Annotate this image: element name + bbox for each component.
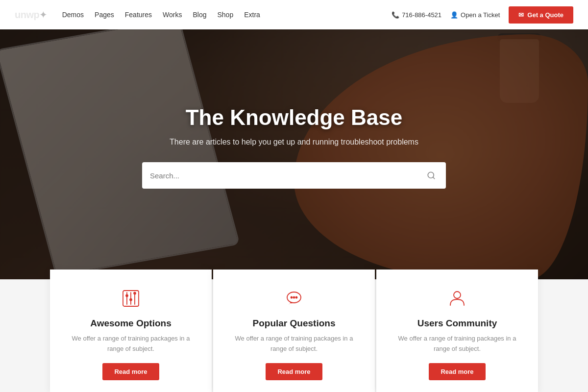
card-users-community-desc: We offer a range of training packages in… [391,334,523,354]
card-popular-questions-title: Popular Questions [253,318,336,329]
quote-label-text: Get a Quote [527,11,564,19]
svg-point-11 [134,293,136,294]
svg-line-1 [433,177,434,178]
site-header: unwp✦ Demos Pages Features Works Blog Sh… [0,0,588,29]
main-nav: Demos Pages Features Works Blog Shop Ext… [62,11,392,19]
svg-point-5 [126,295,128,297]
sliders-icon [117,287,145,310]
svg-point-15 [296,297,297,298]
svg-point-17 [454,292,461,298]
ticket-icon: 👤 [450,11,458,19]
site-logo[interactable]: unwp✦ [15,9,48,21]
cards-section: Awesome Options We offer a range of trai… [0,270,588,392]
card-awesome-options-btn[interactable]: Read more [102,363,159,380]
card-users-community: Users Community We offer a range of trai… [376,270,538,392]
search-input[interactable] [150,172,424,180]
nav-item-extra[interactable]: Extra [244,11,260,19]
hero-section: The Knowledge Base There are articles to… [0,0,588,279]
svg-point-8 [130,299,132,301]
card-awesome-options-desc: We offer a range of training packages in… [65,334,197,354]
search-submit-button[interactable] [424,169,438,182]
phone-number: 716-886-4521 [402,11,441,19]
phone-icon: 📞 [392,11,399,19]
nav-item-pages[interactable]: Pages [95,11,114,19]
card-popular-questions: Popular Questions We offer a range of tr… [213,270,375,392]
svg-point-13 [291,297,293,298]
ticket-label-text: Open a Ticket [461,11,500,19]
nav-item-features[interactable]: Features [125,11,152,19]
nav-item-works[interactable]: Works [163,11,182,19]
card-popular-questions-desc: We offer a range of training packages in… [228,334,360,354]
hero-content: The Knowledge Base There are articles to… [142,105,446,189]
get-quote-button[interactable]: ✉ Get a Quote [509,6,573,24]
card-popular-questions-btn[interactable]: Read more [266,363,322,380]
card-users-community-btn[interactable]: Read more [429,363,485,380]
hero-title: The Knowledge Base [142,105,446,130]
user-icon [443,287,471,310]
card-users-community-title: Users Community [417,318,497,329]
header-right: 📞 716-886-4521 👤 Open a Ticket ✉ Get a Q… [392,6,573,24]
search-bar [142,162,446,189]
phone-display: 📞 716-886-4521 [392,11,441,19]
open-ticket-link[interactable]: 👤 Open a Ticket [450,11,500,19]
hero-subtitle: There are articles to help you get up an… [142,138,446,147]
envelope-icon: ✉ [518,11,524,19]
nav-item-blog[interactable]: Blog [193,11,206,19]
nav-item-demos[interactable]: Demos [62,11,84,19]
logo-text: unwp [15,9,39,20]
card-awesome-options-title: Awesome Options [90,318,171,329]
svg-point-14 [294,297,295,298]
nav-item-shop[interactable]: Shop [217,11,233,19]
card-awesome-options: Awesome Options We offer a range of trai… [50,270,212,392]
search-icon [427,171,436,180]
chat-icon [280,287,308,310]
